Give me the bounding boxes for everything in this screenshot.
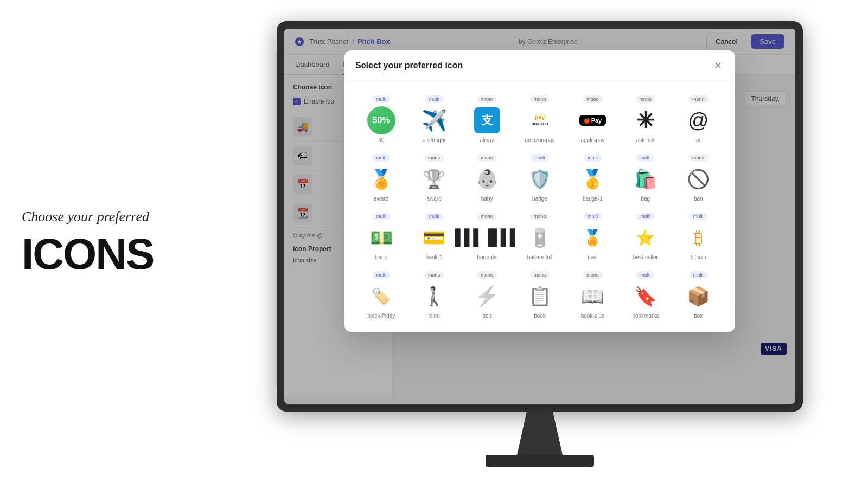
icon-image: 🛍️	[631, 165, 660, 193]
icon-cell-ban[interactable]: mono🚫ban	[673, 149, 724, 206]
icon-tag: mono	[688, 95, 709, 103]
icon-tag: mono	[530, 95, 550, 103]
icon-tag: multi	[636, 271, 654, 279]
modal-close-button[interactable]: ✕	[711, 59, 724, 72]
icon-cell-best[interactable]: multi🏅best	[567, 207, 618, 265]
icon-image: ⚡	[473, 282, 501, 310]
icon-image: 📋	[526, 282, 554, 310]
icon-label-text: blind	[429, 313, 440, 319]
icons-heading: ICONS	[22, 229, 190, 279]
icon-cell-bag[interactable]: multi🛍️bag	[620, 149, 671, 206]
modal-body: multi50%50multi✈️air-freightmono支alipaym…	[344, 81, 735, 332]
icon-tag: mono	[583, 271, 603, 279]
icon-image: 🥇	[578, 165, 607, 193]
monitor-wrapper: Trust Pitcher / Pitch Box by Gotelz Ente…	[212, 0, 868, 488]
icon-image: 🛡️	[526, 165, 554, 193]
icon-image: 50%	[367, 106, 395, 134]
icon-tag: mono	[530, 213, 550, 220]
icon-tag: mono	[477, 95, 497, 103]
icon-cell-at[interactable]: mono@at	[673, 90, 724, 147]
icon-image: 💳	[420, 223, 448, 252]
icon-label-text: barcode	[477, 254, 496, 260]
icon-label-text: book-plus	[581, 313, 604, 319]
icon-tag: mono	[477, 271, 497, 279]
icon-cell-50[interactable]: multi50%50	[355, 90, 407, 147]
icon-image: 👶	[473, 165, 501, 193]
icon-image: 🔋	[526, 223, 554, 252]
icon-cell-award[interactable]: mono🏆award	[408, 149, 459, 206]
icon-image: 🏅	[367, 165, 395, 193]
icon-label-text: bookmarks	[632, 313, 659, 319]
icon-label-text: ban	[694, 196, 703, 202]
icon-label-text: baby	[481, 196, 493, 202]
icon-label-text: black-friday	[367, 313, 395, 319]
icon-image: 🍎Pay	[578, 106, 607, 134]
icon-label-text: bank	[375, 254, 387, 260]
icon-cell-badge-1[interactable]: multi🥇badge-1	[567, 149, 618, 206]
app-window: Trust Pitcher / Pitch Box by Gotelz Ente…	[284, 29, 795, 404]
icon-tag: mono	[424, 271, 444, 279]
monitor-screen: Trust Pitcher / Pitch Box by Gotelz Ente…	[284, 29, 795, 404]
icon-cell-book-plus[interactable]: mono📖book-plus	[567, 266, 618, 323]
icon-cell-blind[interactable]: mono🚶blind	[408, 266, 459, 323]
icon-tag: mono	[424, 154, 444, 162]
icon-image: 🚶	[420, 282, 448, 310]
icon-image: 🏆	[420, 165, 448, 193]
icon-tag: multi	[584, 154, 602, 162]
icon-label-text: at	[696, 137, 700, 143]
icon-cell-badge[interactable]: multi🛡️badge	[514, 149, 565, 206]
icon-label-text: bank-1	[426, 254, 443, 260]
icon-image: 🔖	[631, 282, 660, 310]
icon-label-text: bag	[641, 196, 650, 202]
icon-cell-box[interactable]: multi📦box	[673, 266, 724, 323]
icon-cell-amazon-pay[interactable]: monopayamazonamazon-pay	[514, 90, 565, 147]
icon-cell-alipay[interactable]: mono支alipay	[461, 90, 513, 147]
icon-cell-bolt[interactable]: mono⚡bolt	[461, 266, 513, 323]
icon-cell-best-seller[interactable]: multi⭐best-seller	[620, 207, 671, 265]
icon-image: ✳	[631, 106, 660, 134]
icon-tag: mono	[477, 154, 497, 162]
icon-label-text: bitcoin	[691, 254, 706, 260]
icon-image: 🏷️	[367, 282, 395, 310]
icon-cell-barcode[interactable]: mono▌▌▌▐▌▌▌barcode	[461, 207, 513, 265]
icon-cell-battery-full[interactable]: mono🔋battery-full	[514, 207, 565, 265]
icon-tag: multi	[425, 213, 443, 220]
icon-cell-black-friday[interactable]: multi🏷️black-friday	[355, 266, 407, 323]
icon-tag: mono	[530, 271, 550, 279]
icon-cell-bitcoin[interactable]: multi₿bitcoin	[673, 207, 724, 265]
icon-cell-air-freight[interactable]: multi✈️air-freight	[408, 90, 459, 147]
icon-label-text: alipay	[480, 137, 494, 143]
icon-label-text: battery-full	[527, 254, 553, 260]
icon-tag: multi	[372, 271, 390, 279]
icon-tag: multi	[372, 95, 390, 103]
monitor-stand	[507, 412, 572, 455]
icon-label-text: 50	[378, 137, 384, 143]
icon-cell-award[interactable]: multi🏅award	[355, 149, 407, 206]
icon-cell-book[interactable]: mono📋book	[514, 266, 565, 323]
monitor-base	[486, 455, 594, 467]
choose-text: Choose your preferred	[22, 209, 190, 225]
icon-tag: mono	[583, 95, 603, 103]
icon-tag: multi	[372, 154, 390, 162]
icon-tag: multi	[531, 154, 548, 162]
icon-image: ✈️	[420, 106, 448, 134]
icon-image: 📦	[684, 282, 712, 310]
icon-cell-apple-pay[interactable]: mono🍎Payapple-pay	[567, 90, 618, 147]
icon-cell-bank[interactable]: multi💵bank	[355, 207, 407, 265]
icon-image: ₿	[684, 223, 712, 252]
icon-image: 📖	[578, 282, 607, 310]
icon-cell-asterisk[interactable]: mono✳asterisk	[620, 90, 671, 147]
icon-cell-bookmarks[interactable]: multi🔖bookmarks	[620, 266, 671, 323]
icon-label-text: asterisk	[636, 137, 655, 143]
icon-cell-bank-1[interactable]: multi💳bank-1	[408, 207, 459, 265]
icon-tag: multi	[690, 271, 707, 279]
icon-picker-modal: Select your preferred icon ✕ multi50%50m…	[344, 50, 735, 332]
icon-image: 🚫	[684, 165, 712, 193]
modal-title: Select your preferred icon	[355, 61, 463, 70]
icon-label-text: amazon-pay	[525, 137, 554, 143]
icon-label-text: box	[694, 313, 703, 319]
icon-label-text: badge-1	[583, 196, 603, 202]
icon-tag: multi	[636, 213, 654, 220]
icon-tag: multi	[690, 213, 707, 220]
icon-cell-baby[interactable]: mono👶baby	[461, 149, 513, 206]
